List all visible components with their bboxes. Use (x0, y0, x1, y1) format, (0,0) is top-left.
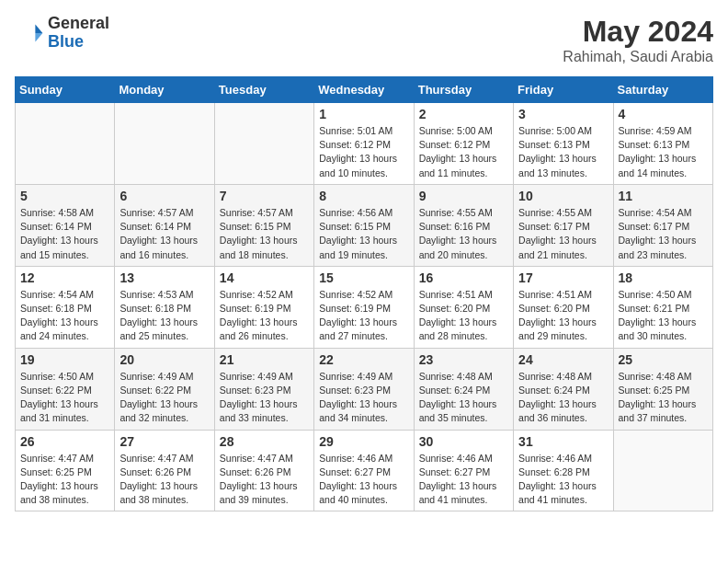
location: Rahimah, Saudi Arabia (563, 49, 713, 65)
calendar-week-4: 26Sunrise: 4:47 AM Sunset: 6:25 PM Dayli… (16, 430, 713, 511)
day-number: 31 (518, 434, 608, 449)
day-number: 20 (119, 352, 209, 367)
calendar-cell: 29Sunrise: 4:46 AM Sunset: 6:27 PM Dayli… (314, 430, 414, 511)
calendar-cell: 15Sunrise: 4:52 AM Sunset: 6:19 PM Dayli… (314, 266, 414, 348)
calendar-cell: 1Sunrise: 5:01 AM Sunset: 6:12 PM Daylig… (314, 103, 414, 185)
day-info: Sunrise: 4:47 AM Sunset: 6:26 PM Dayligh… (220, 452, 309, 508)
calendar-week-0: 1Sunrise: 5:01 AM Sunset: 6:12 PM Daylig… (16, 103, 713, 185)
calendar-cell: 30Sunrise: 4:46 AM Sunset: 6:27 PM Dayli… (414, 430, 513, 511)
day-info: Sunrise: 4:58 AM Sunset: 6:14 PM Dayligh… (20, 206, 109, 262)
day-number: 19 (20, 352, 109, 367)
weekday-header-tuesday: Tuesday (214, 77, 313, 103)
logo: General Blue (15, 15, 109, 52)
calendar-cell: 5Sunrise: 4:58 AM Sunset: 6:14 PM Daylig… (16, 184, 115, 266)
day-info: Sunrise: 4:49 AM Sunset: 6:23 PM Dayligh… (319, 370, 408, 426)
calendar-cell (115, 103, 214, 185)
calendar-cell: 13Sunrise: 4:53 AM Sunset: 6:18 PM Dayli… (115, 266, 214, 348)
day-info: Sunrise: 4:47 AM Sunset: 6:26 PM Dayligh… (119, 452, 209, 508)
day-info: Sunrise: 4:47 AM Sunset: 6:25 PM Dayligh… (20, 452, 109, 508)
day-info: Sunrise: 4:52 AM Sunset: 6:19 PM Dayligh… (220, 288, 309, 344)
day-number: 2 (419, 107, 508, 121)
day-number: 14 (220, 270, 309, 285)
day-info: Sunrise: 4:50 AM Sunset: 6:21 PM Dayligh… (619, 288, 708, 344)
day-number: 23 (419, 352, 508, 367)
calendar-cell: 14Sunrise: 4:52 AM Sunset: 6:19 PM Dayli… (214, 266, 313, 348)
calendar-body: 1Sunrise: 5:01 AM Sunset: 6:12 PM Daylig… (16, 103, 713, 511)
day-number: 8 (319, 189, 408, 203)
day-number: 6 (119, 189, 209, 203)
day-number: 22 (319, 352, 408, 367)
calendar-cell: 20Sunrise: 4:49 AM Sunset: 6:22 PM Dayli… (115, 348, 214, 430)
day-info: Sunrise: 4:51 AM Sunset: 6:20 PM Dayligh… (518, 288, 608, 344)
weekday-header-sunday: Sunday (16, 77, 115, 103)
calendar-cell: 31Sunrise: 4:46 AM Sunset: 6:28 PM Dayli… (514, 430, 613, 511)
day-info: Sunrise: 4:53 AM Sunset: 6:18 PM Dayligh… (119, 288, 209, 344)
day-info: Sunrise: 4:49 AM Sunset: 6:23 PM Dayligh… (220, 370, 309, 426)
day-number: 30 (419, 434, 508, 449)
calendar-cell: 16Sunrise: 4:51 AM Sunset: 6:20 PM Dayli… (414, 266, 513, 348)
day-info: Sunrise: 4:51 AM Sunset: 6:20 PM Dayligh… (419, 288, 508, 344)
day-info: Sunrise: 4:54 AM Sunset: 6:18 PM Dayligh… (20, 288, 109, 344)
calendar-cell (214, 103, 313, 185)
calendar-cell: 28Sunrise: 4:47 AM Sunset: 6:26 PM Dayli… (214, 430, 313, 511)
logo-general-text: General (48, 15, 109, 33)
day-info: Sunrise: 5:00 AM Sunset: 6:13 PM Dayligh… (518, 124, 608, 180)
day-info: Sunrise: 4:57 AM Sunset: 6:14 PM Dayligh… (119, 206, 209, 262)
calendar-cell: 7Sunrise: 4:57 AM Sunset: 6:15 PM Daylig… (214, 184, 313, 266)
calendar-cell: 23Sunrise: 4:48 AM Sunset: 6:24 PM Dayli… (414, 348, 513, 430)
calendar-cell: 18Sunrise: 4:50 AM Sunset: 6:21 PM Dayli… (613, 266, 712, 348)
calendar-cell: 26Sunrise: 4:47 AM Sunset: 6:25 PM Dayli… (16, 430, 115, 511)
day-info: Sunrise: 4:48 AM Sunset: 6:24 PM Dayligh… (419, 370, 508, 426)
day-number: 27 (119, 434, 209, 449)
day-info: Sunrise: 4:52 AM Sunset: 6:19 PM Dayligh… (319, 288, 408, 344)
calendar-cell: 22Sunrise: 4:49 AM Sunset: 6:23 PM Dayli… (314, 348, 414, 430)
day-number: 9 (419, 189, 508, 203)
calendar-cell: 3Sunrise: 5:00 AM Sunset: 6:13 PM Daylig… (514, 103, 613, 185)
weekday-header-monday: Monday (115, 77, 214, 103)
day-number: 3 (518, 107, 608, 121)
day-number: 12 (20, 270, 109, 285)
weekday-header-thursday: Thursday (414, 77, 513, 103)
calendar-week-1: 5Sunrise: 4:58 AM Sunset: 6:14 PM Daylig… (16, 184, 713, 266)
svg-marker-0 (35, 24, 42, 33)
day-number: 16 (419, 270, 508, 285)
logo-blue-text: Blue (48, 33, 109, 52)
day-info: Sunrise: 4:48 AM Sunset: 6:24 PM Dayligh… (518, 370, 608, 426)
month-year: May 2024 (563, 15, 713, 49)
weekday-header-friday: Friday (514, 77, 613, 103)
day-info: Sunrise: 4:59 AM Sunset: 6:13 PM Dayligh… (619, 124, 708, 180)
calendar-cell: 4Sunrise: 4:59 AM Sunset: 6:13 PM Daylig… (613, 103, 712, 185)
day-info: Sunrise: 4:48 AM Sunset: 6:25 PM Dayligh… (619, 370, 708, 426)
day-number: 1 (319, 107, 408, 121)
day-info: Sunrise: 5:00 AM Sunset: 6:12 PM Dayligh… (419, 124, 508, 180)
calendar-cell (16, 103, 115, 185)
day-number: 24 (518, 352, 608, 367)
day-number: 21 (220, 352, 309, 367)
day-info: Sunrise: 4:57 AM Sunset: 6:15 PM Dayligh… (220, 206, 309, 262)
svg-marker-1 (35, 33, 42, 42)
day-number: 4 (619, 107, 708, 121)
day-number: 29 (319, 434, 408, 449)
calendar-cell: 17Sunrise: 4:51 AM Sunset: 6:20 PM Dayli… (514, 266, 613, 348)
day-number: 17 (518, 270, 608, 285)
logo-icon (15, 18, 44, 48)
calendar-week-2: 12Sunrise: 4:54 AM Sunset: 6:18 PM Dayli… (16, 266, 713, 348)
calendar-cell: 10Sunrise: 4:55 AM Sunset: 6:17 PM Dayli… (514, 184, 613, 266)
day-info: Sunrise: 5:01 AM Sunset: 6:12 PM Dayligh… (319, 124, 408, 180)
calendar-header: SundayMondayTuesdayWednesdayThursdayFrid… (16, 77, 713, 103)
calendar-cell: 9Sunrise: 4:55 AM Sunset: 6:16 PM Daylig… (414, 184, 513, 266)
day-number: 7 (220, 189, 309, 203)
day-info: Sunrise: 4:55 AM Sunset: 6:17 PM Dayligh… (518, 206, 608, 262)
day-info: Sunrise: 4:50 AM Sunset: 6:22 PM Dayligh… (20, 370, 109, 426)
calendar-cell (613, 430, 712, 511)
day-info: Sunrise: 4:46 AM Sunset: 6:28 PM Dayligh… (518, 452, 608, 508)
calendar-cell: 24Sunrise: 4:48 AM Sunset: 6:24 PM Dayli… (514, 348, 613, 430)
calendar-cell: 25Sunrise: 4:48 AM Sunset: 6:25 PM Dayli… (613, 348, 712, 430)
page-header: General Blue May 2024 Rahimah, Saudi Ara… (15, 15, 713, 65)
calendar-week-3: 19Sunrise: 4:50 AM Sunset: 6:22 PM Dayli… (16, 348, 713, 430)
day-number: 11 (619, 189, 708, 203)
calendar-table: SundayMondayTuesdayWednesdayThursdayFrid… (15, 76, 713, 511)
day-info: Sunrise: 4:54 AM Sunset: 6:17 PM Dayligh… (619, 206, 708, 262)
day-number: 26 (20, 434, 109, 449)
day-number: 5 (20, 189, 109, 203)
